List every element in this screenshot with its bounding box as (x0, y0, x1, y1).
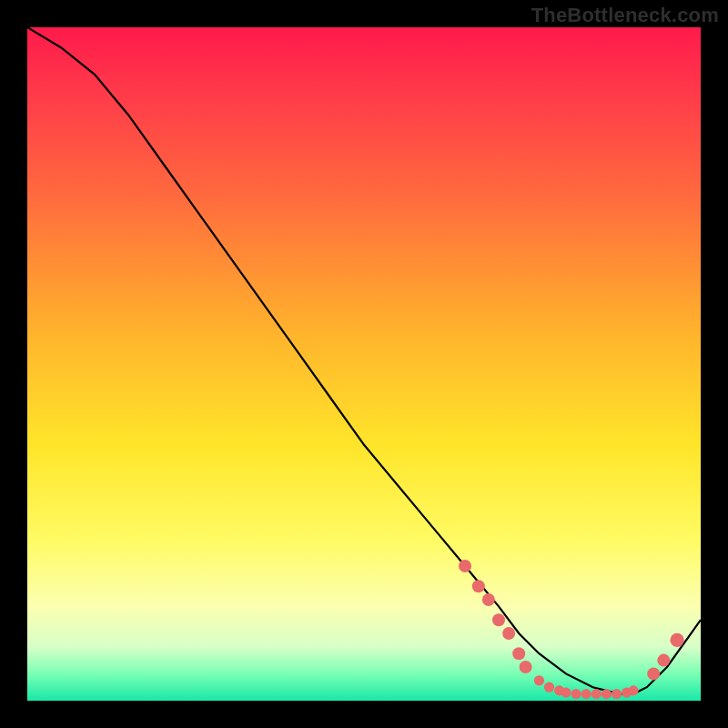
data-point (534, 675, 544, 685)
data-point (482, 593, 495, 606)
data-point (657, 654, 670, 667)
plot-area (27, 27, 701, 701)
data-point (561, 688, 571, 698)
data-point (512, 647, 525, 660)
data-point (602, 689, 612, 699)
data-point (647, 667, 660, 680)
data-point (612, 689, 622, 699)
chart-overlay (27, 27, 701, 701)
data-point (502, 627, 515, 640)
data-point (472, 580, 485, 592)
curve-line (27, 27, 701, 694)
attribution-text: TheBottleneck.com (531, 4, 719, 27)
curve-markers (459, 560, 684, 699)
data-point (628, 685, 638, 695)
data-point (571, 689, 581, 699)
data-point (459, 560, 471, 572)
data-point (581, 689, 592, 699)
data-point (520, 661, 532, 673)
data-point (492, 613, 505, 626)
data-point (592, 689, 602, 699)
data-point (670, 633, 683, 647)
data-point (544, 682, 554, 693)
chart-frame: TheBottleneck.com (0, 0, 728, 728)
